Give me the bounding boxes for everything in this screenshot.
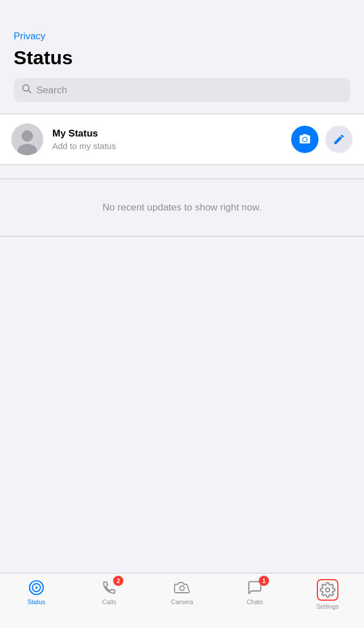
calls-icon: 2: [101, 579, 118, 596]
page-title: Status: [14, 47, 350, 69]
chats-badge: 1: [259, 576, 269, 586]
tab-chats-label: Chats: [247, 598, 263, 605]
tab-status-label: Status: [27, 598, 45, 605]
chats-icon: 1: [246, 579, 263, 596]
tab-calls-label: Calls: [102, 598, 116, 605]
settings-icon: [319, 581, 336, 598]
tab-settings[interactable]: Settings: [299, 579, 356, 610]
svg-point-8: [180, 586, 184, 590]
search-icon: [22, 84, 32, 97]
search-placeholder: Search: [36, 85, 67, 96]
my-status-info: My Status Add to my status: [52, 128, 291, 151]
my-status-subtitle: Add to my status: [52, 141, 291, 151]
no-updates-text: No recent updates to show right now.: [102, 202, 262, 213]
pencil-button[interactable]: [325, 126, 353, 153]
tab-bar: Status 2 Calls Camera 1 Chats: [0, 573, 364, 628]
svg-point-9: [326, 588, 330, 592]
status-icon: [28, 579, 45, 596]
header: Privacy Status Search: [0, 0, 364, 102]
tab-camera[interactable]: Camera: [154, 579, 210, 605]
settings-highlight-box: [317, 579, 338, 601]
svg-point-3: [22, 130, 33, 142]
section-gap: [0, 165, 364, 179]
tab-calls[interactable]: 2 Calls: [81, 579, 138, 605]
tab-camera-label: Camera: [171, 598, 193, 605]
svg-point-7: [35, 586, 38, 589]
no-updates-section: No recent updates to show right now.: [0, 179, 364, 236]
camera-button[interactable]: [291, 126, 318, 153]
status-actions: [291, 126, 353, 153]
privacy-link[interactable]: Privacy: [14, 31, 350, 42]
calls-badge: 2: [113, 576, 123, 586]
divider-bottom: [0, 236, 364, 237]
search-bar[interactable]: Search: [14, 78, 350, 102]
my-status-section: My Status Add to my status: [0, 114, 364, 164]
my-status-name: My Status: [52, 128, 291, 139]
svg-line-1: [28, 90, 31, 93]
tab-status[interactable]: Status: [8, 579, 65, 605]
tab-chats[interactable]: 1 Chats: [226, 579, 283, 605]
tab-settings-label: Settings: [316, 603, 339, 610]
avatar: [11, 123, 43, 155]
camera-tab-icon: [173, 579, 191, 596]
